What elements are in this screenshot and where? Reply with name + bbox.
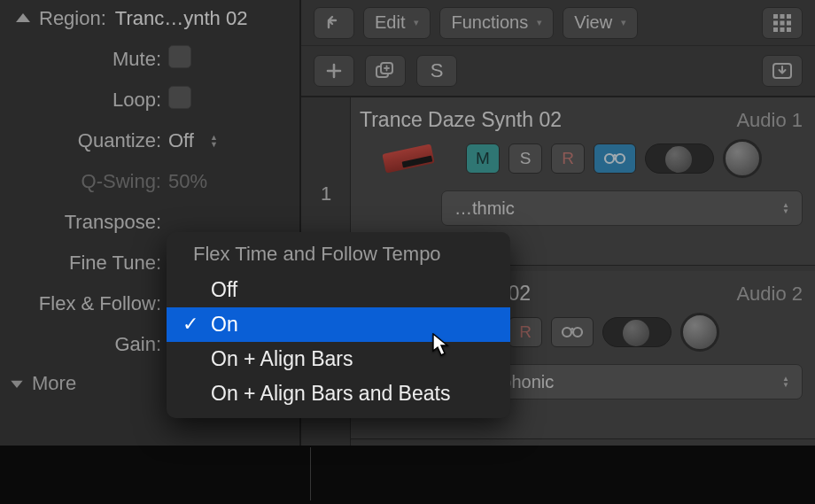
view-menu[interactable]: View ▾: [563, 7, 638, 39]
flex-algorithm-select[interactable]: …thmic ▲▼: [441, 190, 803, 226]
pan-knob[interactable]: [723, 139, 762, 178]
flex-follow-popup: Flex Time and Follow Tempo Off On On + A…: [167, 232, 510, 418]
track-channel: Audio 2: [736, 283, 803, 306]
svg-rect-4: [787, 14, 791, 19]
popup-option-on[interactable]: On: [167, 307, 510, 342]
mute-checkbox[interactable]: [168, 45, 191, 68]
chevron-down-icon: [16, 13, 30, 24]
chevron-down-icon: ▾: [621, 17, 626, 28]
svg-point-16: [563, 328, 571, 337]
region-name: Tranc…ynth 02: [115, 7, 248, 30]
chevron-down-icon: ▾: [414, 17, 419, 28]
functions-label: Functions: [451, 12, 528, 33]
svg-point-15: [616, 154, 625, 163]
gain-label: Gain:: [0, 333, 168, 356]
solo-toggle[interactable]: S: [416, 55, 457, 87]
editor-toolbar: Edit ▾ Functions ▾ View ▾: [301, 0, 815, 46]
editor-subtoolbar: S: [301, 46, 815, 97]
track-on-off-toggle[interactable]: [645, 143, 714, 174]
svg-marker-1: [11, 381, 22, 388]
record-letter: R: [519, 322, 532, 342]
back-up-button[interactable]: [314, 7, 354, 39]
duplicate-plus-icon: [376, 62, 395, 80]
track-instrument-icon: [360, 149, 457, 168]
svg-marker-0: [16, 13, 30, 22]
mute-label: Mute:: [0, 48, 168, 71]
flex-algorithm-value: …thmic: [454, 198, 515, 219]
import-button[interactable]: [762, 55, 803, 87]
svg-rect-9: [780, 27, 785, 32]
track-index: 1: [301, 182, 351, 205]
edit-menu[interactable]: Edit ▾: [363, 7, 431, 39]
popup-option-align-bars-beats[interactable]: On + Align Bars and Beats: [167, 376, 510, 411]
svg-rect-8: [773, 27, 778, 32]
edit-label: Edit: [375, 12, 405, 33]
record-letter: R: [562, 149, 574, 168]
flexfollow-label: Flex & Follow:: [0, 292, 168, 315]
flex-icon: [602, 151, 627, 167]
quantize-label: Quantize:: [0, 129, 168, 152]
functions-menu[interactable]: Functions ▾: [439, 7, 554, 39]
qswing-row: Q-Swing: 50%: [0, 161, 299, 202]
loop-label: Loop:: [0, 89, 168, 112]
record-enable-button[interactable]: R: [551, 143, 585, 174]
region-label: Region:: [39, 7, 106, 30]
svg-rect-2: [773, 14, 778, 19]
stepper-icon: ▲▼: [782, 202, 789, 214]
svg-point-17: [573, 328, 582, 337]
quantize-value-text: Off: [168, 129, 194, 152]
add-button[interactable]: [314, 55, 354, 87]
finetune-label: Fine Tune:: [0, 252, 168, 275]
plus-icon: [326, 63, 342, 79]
quantize-value[interactable]: Off ▲▼: [168, 129, 218, 152]
svg-point-14: [605, 154, 614, 163]
flex-button[interactable]: [551, 317, 594, 347]
more-label: More: [32, 372, 76, 395]
popup-option-off[interactable]: Off: [167, 273, 510, 307]
chevron-down-icon: ▾: [537, 17, 542, 28]
flex-button[interactable]: [594, 143, 636, 174]
stepper-icon: ▲▼: [782, 376, 789, 388]
svg-rect-3: [780, 14, 785, 19]
mute-letter: M: [476, 149, 490, 168]
mute-row: Mute:: [0, 39, 299, 80]
arrow-up-icon: [325, 15, 343, 31]
mouse-cursor: [431, 333, 451, 358]
qswing-label: Q-Swing:: [0, 170, 168, 193]
transpose-label: Transpose:: [0, 211, 168, 234]
popup-title: Flex Time and Follow Tempo: [167, 239, 510, 273]
flex-icon: [560, 324, 585, 340]
inspector-header[interactable]: Region: Tranc…ynth 02: [0, 0, 299, 39]
pan-knob[interactable]: [680, 313, 719, 352]
view-label: View: [574, 12, 612, 33]
mute-button[interactable]: M: [466, 143, 500, 174]
grid-icon: [772, 13, 792, 33]
track-on-off-toggle[interactable]: [602, 317, 671, 347]
qswing-value[interactable]: 50%: [168, 170, 207, 193]
svg-rect-7: [787, 20, 791, 25]
track-channel: Audio 1: [736, 109, 803, 132]
solo-button[interactable]: S: [508, 143, 542, 174]
solo-letter: S: [520, 149, 532, 168]
import-icon: [772, 62, 793, 80]
svg-rect-5: [773, 20, 778, 25]
callout-line: [310, 447, 312, 500]
solo-label: S: [431, 59, 444, 82]
svg-rect-10: [787, 27, 791, 32]
chevron-down-icon: [11, 379, 23, 388]
duplicate-button[interactable]: [365, 55, 406, 87]
popup-option-align-bars[interactable]: On + Align Bars: [167, 342, 510, 376]
loop-checkbox[interactable]: [168, 86, 191, 109]
keyboard-icon: [382, 143, 434, 173]
svg-rect-6: [780, 20, 785, 25]
stepper-icon: ▲▼: [210, 134, 218, 148]
loop-row: Loop:: [0, 80, 299, 120]
track-name: Trance Daze Synth 02: [360, 108, 562, 132]
record-enable-button[interactable]: R: [508, 317, 542, 347]
quantize-row: Quantize: Off ▲▼: [0, 120, 299, 161]
grid-view-button[interactable]: [762, 7, 803, 39]
